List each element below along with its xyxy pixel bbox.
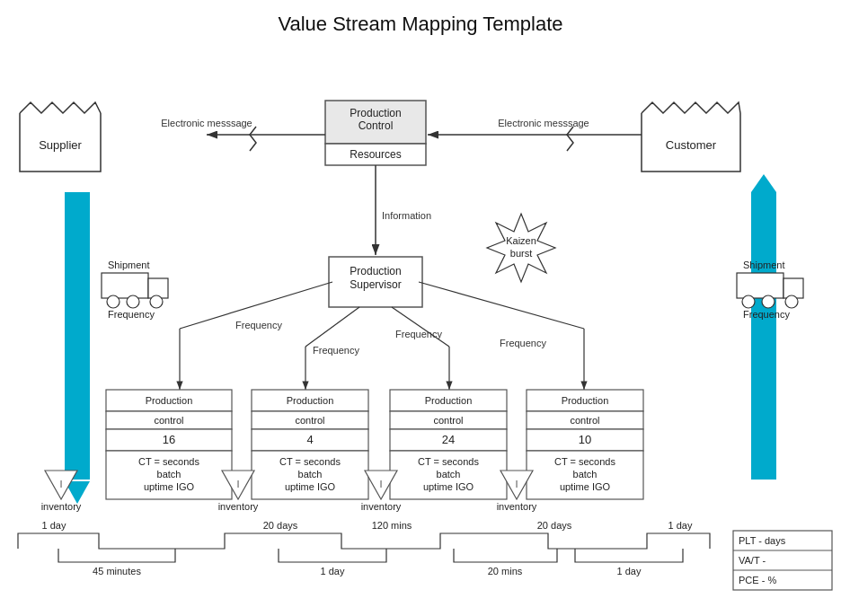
svg-rect-2 [751,192,776,480]
svg-text:Production: Production [562,395,609,406]
svg-rect-37 [106,390,232,411]
svg-point-91 [107,295,120,308]
svg-line-29 [392,307,449,347]
svg-text:1 day: 1 day [321,566,345,576]
svg-text:1 day: 1 day [668,520,693,531]
svg-rect-49 [252,411,368,429]
svg-rect-63 [390,451,507,499]
svg-text:Production: Production [146,395,193,406]
svg-line-31 [419,282,584,329]
svg-text:10: 10 [579,433,591,446]
svg-rect-112 [733,531,832,590]
svg-rect-41 [106,429,232,451]
svg-rect-6 [325,101,426,144]
svg-text:I: I [515,479,518,489]
svg-text:20 mins: 20 mins [488,566,523,576]
svg-text:PCE - %: PCE - % [739,575,776,585]
svg-rect-19 [329,257,422,307]
svg-text:CT = seconds: CT = seconds [279,456,341,467]
svg-text:uptime IGO: uptime IGO [144,481,195,492]
svg-text:Frequency: Frequency [743,309,790,320]
svg-marker-80 [222,471,254,499]
svg-point-98 [742,295,755,308]
svg-marker-3 [751,174,776,192]
svg-text:Supplier: Supplier [39,138,82,152]
svg-text:Customer: Customer [666,138,717,152]
svg-text:1 day: 1 day [617,566,642,576]
svg-text:Production: Production [350,265,401,277]
svg-text:Frequency: Frequency [395,329,442,339]
svg-rect-67 [527,390,643,411]
svg-rect-9 [325,144,426,165]
svg-text:Kaizen: Kaizen [506,235,536,246]
svg-point-99 [762,295,775,308]
svg-text:Frequency: Frequency [313,345,359,356]
svg-text:PLT - days: PLT - days [739,535,786,546]
svg-text:control: control [154,415,183,426]
svg-text:inventory: inventory [497,501,537,512]
svg-text:batch: batch [157,469,181,480]
svg-text:CT = seconds: CT = seconds [554,456,615,467]
svg-text:16: 16 [163,433,175,446]
svg-text:I: I [59,479,62,489]
svg-text:45 minutes: 45 minutes [93,566,141,576]
svg-rect-73 [527,451,643,499]
svg-rect-69 [527,411,643,429]
svg-text:Electronic messsage: Electronic messsage [498,118,589,128]
svg-text:Production: Production [425,395,473,406]
svg-line-25 [180,282,332,329]
svg-text:inventory: inventory [41,501,82,512]
svg-rect-96 [737,273,783,298]
svg-text:batch: batch [298,469,323,480]
svg-text:I: I [379,479,382,489]
svg-text:Frequency: Frequency [500,338,546,348]
svg-text:uptime IGO: uptime IGO [423,481,474,492]
svg-marker-86 [500,471,533,499]
svg-text:uptime IGO: uptime IGO [285,481,336,492]
svg-text:1 day: 1 day [42,520,66,531]
svg-text:24: 24 [442,433,455,446]
svg-rect-0 [65,192,90,480]
svg-rect-47 [252,390,368,411]
svg-text:Electronic messsage: Electronic messsage [161,118,252,128]
svg-rect-53 [252,451,368,499]
svg-rect-59 [390,411,507,429]
svg-text:inventory: inventory [218,501,259,512]
svg-text:uptime IGO: uptime IGO [560,481,611,492]
svg-text:CT = seconds: CT = seconds [418,456,479,467]
svg-text:Control: Control [359,119,394,132]
svg-text:I: I [236,479,239,489]
svg-marker-83 [365,471,397,499]
svg-rect-97 [783,278,803,298]
svg-text:Frequency: Frequency [108,309,155,320]
svg-text:Information: Information [382,210,431,221]
svg-point-92 [127,295,139,308]
svg-text:control: control [570,415,599,426]
svg-text:control: control [433,415,463,426]
svg-marker-1 [65,481,90,504]
svg-text:Production: Production [287,395,334,406]
svg-text:inventory: inventory [361,501,402,512]
svg-text:Resources: Resources [350,148,401,161]
svg-text:20 days: 20 days [537,520,572,531]
svg-text:Shipment: Shipment [743,260,784,270]
svg-text:120 mins: 120 mins [372,520,412,531]
svg-text:4: 4 [306,433,313,446]
svg-text:batch: batch [573,469,598,480]
svg-text:CT = seconds: CT = seconds [138,456,199,467]
svg-text:Supervisor: Supervisor [350,278,401,291]
svg-text:Shipment: Shipment [108,260,149,270]
svg-line-27 [305,307,359,347]
svg-text:Frequency: Frequency [235,320,282,330]
svg-text:20 days: 20 days [263,520,298,531]
page-title: Value Stream Mapping Template [0,0,841,41]
svg-rect-51 [252,429,368,451]
svg-text:Production: Production [350,107,401,119]
svg-rect-61 [390,429,507,451]
svg-text:burst: burst [510,248,532,259]
svg-rect-71 [527,429,643,451]
svg-text:VA/T -: VA/T - [739,555,766,566]
svg-rect-90 [148,278,168,298]
svg-rect-43 [106,451,232,499]
svg-rect-39 [106,411,232,429]
